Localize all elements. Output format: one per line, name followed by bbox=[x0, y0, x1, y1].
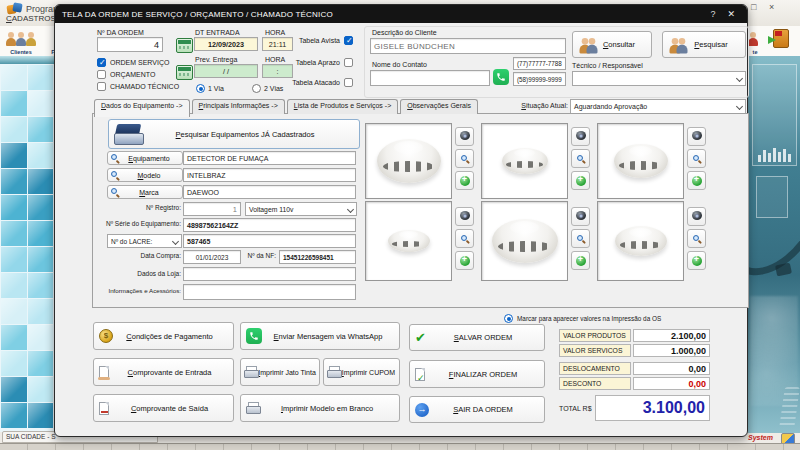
checkbox-tabela-aprazo[interactable] bbox=[344, 58, 353, 67]
order-number-input[interactable]: 4 bbox=[97, 37, 163, 52]
zoom-image-button[interactable] bbox=[455, 149, 474, 168]
registro-input[interactable]: 1 bbox=[183, 202, 241, 216]
tab-dados-equipamento[interactable]: Dados do Equipamento -> bbox=[94, 99, 190, 117]
calendar-icon-entrada[interactable] bbox=[176, 38, 193, 53]
valor-servicos-label: VALOR SERVICOS bbox=[559, 344, 631, 357]
checkbox-orcamento[interactable] bbox=[97, 70, 106, 79]
radio-2-vias[interactable] bbox=[252, 84, 261, 93]
equipamento-label-button[interactable]: Equipamento bbox=[107, 151, 183, 165]
hora-entrega-input[interactable]: : bbox=[262, 64, 293, 78]
situacao-select[interactable]: Aguardando Aprovação bbox=[570, 99, 746, 114]
capture-image-button[interactable] bbox=[687, 207, 706, 226]
comprovante-saida-button[interactable]: Comprovante de Saída bbox=[93, 394, 234, 422]
window-restore-icon[interactable]: □ bbox=[751, 2, 756, 12]
deslocamento-value: 0,00 bbox=[633, 362, 710, 375]
dados-loja-input[interactable] bbox=[183, 267, 356, 281]
chevron-down-icon bbox=[736, 75, 743, 82]
zoom-image-button[interactable] bbox=[571, 149, 590, 168]
imprimir-cupom-button[interactable]: Imprimir CUPOM bbox=[323, 358, 400, 386]
tab-observacoes-gerais[interactable]: Observações Gerais bbox=[400, 99, 478, 114]
chevron-down-icon bbox=[172, 237, 179, 244]
nf-input[interactable]: 15451226598451 bbox=[279, 250, 356, 264]
voltagem-select[interactable]: Voltagem 110v bbox=[245, 202, 357, 216]
telefone2-input[interactable]: (58)99999-9999 bbox=[513, 72, 566, 86]
whatsapp-icon[interactable] bbox=[493, 69, 509, 85]
capture-image-button[interactable] bbox=[687, 127, 706, 146]
capture-image-button[interactable] bbox=[571, 127, 590, 146]
label-ordem-servico: ORDEM SERVIÇO bbox=[110, 59, 169, 66]
situacao-label: Situação Atual: bbox=[494, 102, 568, 109]
smoke-detector-image bbox=[597, 201, 684, 281]
tab-principais-informacoes[interactable]: Principais Informações -> bbox=[192, 99, 285, 114]
sair-ordem-button[interactable]: SAIR DA ORDEM bbox=[409, 396, 545, 423]
marca-input[interactable]: DAEWOO bbox=[183, 185, 356, 199]
zoom-image-button[interactable] bbox=[687, 149, 706, 168]
close-button[interactable]: ✕ bbox=[727, 9, 747, 19]
help-button[interactable]: ? bbox=[698, 9, 727, 19]
capture-image-button[interactable] bbox=[455, 127, 474, 146]
add-image-button[interactable] bbox=[455, 251, 474, 270]
checkbox-ordem-servico[interactable] bbox=[97, 58, 106, 67]
serie-input[interactable]: 48987562164ZZ bbox=[183, 218, 356, 232]
dados-loja-label: Dados da Loja: bbox=[95, 270, 181, 277]
document-in-icon bbox=[99, 366, 109, 379]
enviar-whatsapp-button[interactable]: Enviar Mensagem via WhatsApp bbox=[240, 322, 400, 350]
consultar-button[interactable]: Consultar bbox=[572, 31, 652, 58]
add-image-button[interactable] bbox=[571, 251, 590, 270]
chevron-down-icon bbox=[736, 103, 743, 110]
checkbox-tabela-avista[interactable] bbox=[344, 36, 353, 45]
lacre-select[interactable]: Nº do LACRE: bbox=[107, 234, 182, 248]
menu-cadastros[interactable]: CADASTROS bbox=[6, 14, 56, 23]
add-image-button[interactable] bbox=[687, 171, 706, 190]
add-image-button[interactable] bbox=[571, 171, 590, 190]
equipment-tab-panel: Pesquisar Equipamentos JÁ Cadastrados Eq… bbox=[92, 113, 749, 308]
label-tabela-aprazo: Tabela Aprazo bbox=[266, 59, 340, 66]
calendar-icon-entrega[interactable] bbox=[176, 65, 193, 80]
zoom-image-button[interactable] bbox=[571, 229, 590, 248]
data-compra-input[interactable]: 01/01/2023 bbox=[183, 250, 241, 264]
tecnico-label: Técnico / Responsável bbox=[572, 62, 643, 69]
checkbox-tabela-atacado[interactable] bbox=[344, 78, 353, 87]
tab-lista-produtos-servicos[interactable]: Lista de Produtos e Serviços -> bbox=[287, 99, 398, 114]
dt-entrada-input[interactable]: 12/09/2023 bbox=[194, 37, 258, 51]
modelo-label-button[interactable]: Modelo bbox=[107, 168, 183, 182]
salvar-ordem-button[interactable]: ✔ SALVAR ORDEM bbox=[409, 324, 545, 351]
descricao-cliente-input[interactable]: GISELE BÜNDCHEN bbox=[370, 38, 566, 54]
prev-entrega-input[interactable]: / / bbox=[194, 64, 258, 78]
zoom-image-button[interactable] bbox=[687, 229, 706, 248]
document-check-icon bbox=[415, 368, 425, 381]
magnifier-icon bbox=[577, 235, 585, 243]
tecnico-select[interactable] bbox=[572, 71, 746, 86]
marcar-impressao-radio[interactable] bbox=[504, 314, 513, 323]
zoom-image-button[interactable] bbox=[455, 229, 474, 248]
capture-image-button[interactable] bbox=[571, 207, 590, 226]
condicoes-pagamento-button[interactable]: Condições de Pagamento bbox=[93, 322, 234, 350]
magnifier-icon bbox=[461, 235, 469, 243]
capture-image-button[interactable] bbox=[455, 207, 474, 226]
nome-contato-input[interactable] bbox=[370, 70, 490, 86]
pesquisar-equipamentos-button[interactable]: Pesquisar Equipamentos JÁ Cadastrados bbox=[108, 119, 360, 149]
toolbar-item-clientes[interactable]: Clientes bbox=[2, 27, 40, 55]
telefone1-input[interactable]: (77)77777-7788 bbox=[513, 57, 566, 70]
equipamento-input[interactable]: DETECTOR DE FUMAÇA bbox=[183, 151, 356, 165]
window-close-icon[interactable]: × bbox=[769, 2, 774, 12]
imprimir-jato-tinta-button[interactable]: Imprimir Jato Tinta bbox=[240, 358, 320, 386]
pesquisar-button[interactable]: Pesquisar bbox=[662, 31, 746, 58]
toolbar-item-exit[interactable] bbox=[766, 27, 800, 55]
modelo-input[interactable]: INTELBRAZ bbox=[183, 168, 356, 182]
dialog-titlebar[interactable]: TELA DA ORDEM DE SERVIÇO / ORÇAMENTO / C… bbox=[55, 5, 747, 23]
add-image-button[interactable] bbox=[687, 251, 706, 270]
magnifier-icon bbox=[693, 235, 701, 243]
valor-servicos-value: 1.000,00 bbox=[633, 344, 710, 357]
checkbox-chamado-tecnico[interactable] bbox=[97, 82, 106, 91]
imprimir-modelo-branco-button[interactable]: Imprimir Modelo em Branco bbox=[240, 394, 400, 422]
search-icon bbox=[111, 171, 119, 179]
radio-1-via[interactable] bbox=[196, 84, 205, 93]
comprovante-entrada-button[interactable]: Comprovante de Entrada bbox=[93, 358, 234, 386]
finalizar-ordem-button[interactable]: FINALIZAR ORDEM bbox=[409, 360, 545, 388]
info-acessorios-input[interactable] bbox=[183, 284, 356, 300]
lacre-input[interactable]: 587465 bbox=[183, 234, 356, 248]
printer-icon bbox=[246, 402, 260, 414]
marca-label-button[interactable]: Marca bbox=[107, 185, 183, 199]
add-image-button[interactable] bbox=[455, 171, 474, 190]
